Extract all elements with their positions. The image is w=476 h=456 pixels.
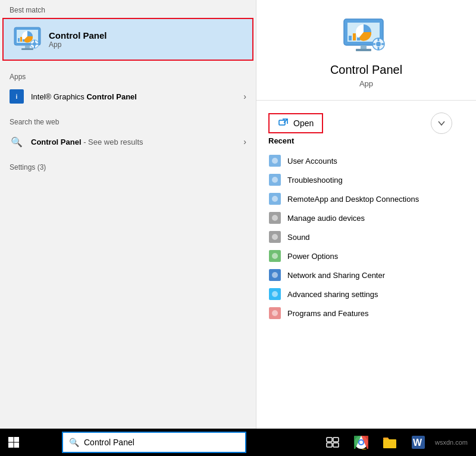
svg-rect-52 xyxy=(327,438,332,442)
svg-rect-11 xyxy=(18,38,20,42)
svg-rect-7 xyxy=(34,40,35,42)
recent-item-name: Programs and Features xyxy=(287,309,369,318)
recent-item[interactable]: Network and Sharing Center xyxy=(268,266,464,285)
search-results-panel: Best match xyxy=(0,0,256,429)
svg-point-23 xyxy=(376,42,381,46)
svg-text:W: W xyxy=(413,438,422,448)
expand-button[interactable] xyxy=(431,113,452,134)
svg-rect-55 xyxy=(333,443,339,447)
recent-item-icon xyxy=(268,192,281,205)
recent-item[interactable]: Manage audio devices xyxy=(268,208,464,227)
apps-label: Apps xyxy=(0,67,256,85)
recent-item-icon xyxy=(268,288,281,301)
chevron-right-icon: › xyxy=(243,92,246,101)
svg-rect-60 xyxy=(383,439,396,448)
word-button[interactable]: W xyxy=(406,430,430,454)
svg-point-41 xyxy=(272,253,278,259)
right-app-name: Control Panel xyxy=(330,63,402,77)
recent-item-name: RemoteApp and Desktop Connections xyxy=(287,195,419,204)
taskbar-search-text: Control Panel xyxy=(84,438,134,447)
open-label: Open xyxy=(293,118,314,128)
svg-point-59 xyxy=(359,441,363,444)
task-view-button[interactable] xyxy=(321,430,345,454)
settings-label: Settings (3) xyxy=(0,157,256,175)
svg-rect-4 xyxy=(21,48,33,50)
file-explorer-button[interactable] xyxy=(378,430,402,454)
svg-point-45 xyxy=(272,291,278,297)
svg-rect-9 xyxy=(30,43,33,45)
search-icon: 🔍 xyxy=(10,135,24,149)
recent-item-name: Power Options xyxy=(287,252,338,261)
recent-item-icon xyxy=(268,154,281,167)
best-match-subtitle: App xyxy=(49,40,107,49)
recent-item-icon xyxy=(268,173,281,186)
recent-item[interactable]: Power Options xyxy=(268,246,464,266)
taskbar-icons-group: W wsxdn.com xyxy=(321,430,470,454)
svg-point-31 xyxy=(272,158,278,164)
recent-item[interactable]: Programs and Features xyxy=(268,304,464,323)
best-match-label: Best match xyxy=(0,0,256,18)
svg-rect-25 xyxy=(377,47,379,50)
taskbar-search-icon: 🔍 xyxy=(69,438,79,447)
apps-section: Apps i Intel® Graphics Control Panel › xyxy=(0,67,256,108)
recent-item-icon xyxy=(268,268,281,282)
svg-rect-51 xyxy=(14,443,20,448)
chrome-button[interactable] xyxy=(349,430,373,454)
svg-rect-17 xyxy=(349,36,352,40)
svg-point-39 xyxy=(272,234,278,240)
svg-point-43 xyxy=(272,272,278,278)
open-icon xyxy=(278,118,289,129)
intel-graphics-item[interactable]: i Intel® Graphics Control Panel › xyxy=(0,85,256,108)
recent-item[interactable]: Advanced sharing settings xyxy=(268,285,464,304)
web-chevron-icon: › xyxy=(243,137,246,146)
recent-item-name: User Accounts xyxy=(287,157,337,165)
settings-section: Settings (3) xyxy=(0,157,256,175)
svg-rect-13 xyxy=(23,39,24,42)
web-label: Search the web xyxy=(0,112,256,130)
web-search-text: Control Panel - See web results xyxy=(31,138,243,146)
svg-point-47 xyxy=(272,310,278,316)
recent-items-list: User Accounts Troubleshooting RemoteApp … xyxy=(268,151,464,323)
svg-point-6 xyxy=(33,42,36,46)
best-match-info: Control Panel App xyxy=(49,30,107,49)
recent-item-icon xyxy=(268,211,281,224)
svg-rect-3 xyxy=(25,45,30,48)
svg-rect-54 xyxy=(327,443,332,447)
web-search-item[interactable]: 🔍 Control Panel - See web results › xyxy=(0,130,256,154)
intel-icon: i xyxy=(10,89,24,104)
wsxdn-label: wsxdn.com xyxy=(435,439,468,446)
svg-rect-24 xyxy=(377,38,379,41)
recent-item-name: Troubleshooting xyxy=(287,176,343,185)
web-section: Search the web 🔍 Control Panel - See web… xyxy=(0,112,256,154)
recent-item-name: Manage audio devices xyxy=(287,214,365,223)
svg-rect-48 xyxy=(8,437,14,442)
open-button-row: Open xyxy=(256,110,476,136)
control-panel-icon xyxy=(13,25,42,54)
recent-item-icon xyxy=(268,307,281,320)
svg-rect-27 xyxy=(381,43,384,45)
svg-point-35 xyxy=(272,196,278,202)
recent-item[interactable]: RemoteApp and Desktop Connections xyxy=(268,189,464,208)
taskbar-search-bar[interactable]: 🔍 Control Panel xyxy=(62,432,246,453)
divider xyxy=(256,100,476,101)
svg-rect-12 xyxy=(20,37,22,42)
recent-item-name: Sound xyxy=(287,233,310,242)
windows-button[interactable] xyxy=(0,429,27,456)
recent-item[interactable]: User Accounts xyxy=(268,151,464,170)
svg-rect-8 xyxy=(34,46,35,48)
best-match-item[interactable]: Control Panel App xyxy=(2,18,253,61)
recent-item[interactable]: Troubleshooting xyxy=(268,170,464,189)
right-app-type: App xyxy=(359,79,373,88)
recent-item[interactable]: Sound xyxy=(268,227,464,246)
best-match-title: Control Panel xyxy=(49,30,107,40)
svg-point-37 xyxy=(272,215,278,221)
right-control-panel-icon xyxy=(343,18,390,54)
recent-item-icon xyxy=(268,230,281,243)
recent-item-name: Network and Sharing Center xyxy=(287,271,385,280)
svg-rect-21 xyxy=(356,49,371,51)
svg-rect-19 xyxy=(357,38,360,40)
svg-rect-26 xyxy=(372,43,375,45)
recent-item-icon xyxy=(268,249,281,263)
open-button[interactable]: Open xyxy=(268,113,323,133)
recent-label: Recent xyxy=(268,136,464,145)
